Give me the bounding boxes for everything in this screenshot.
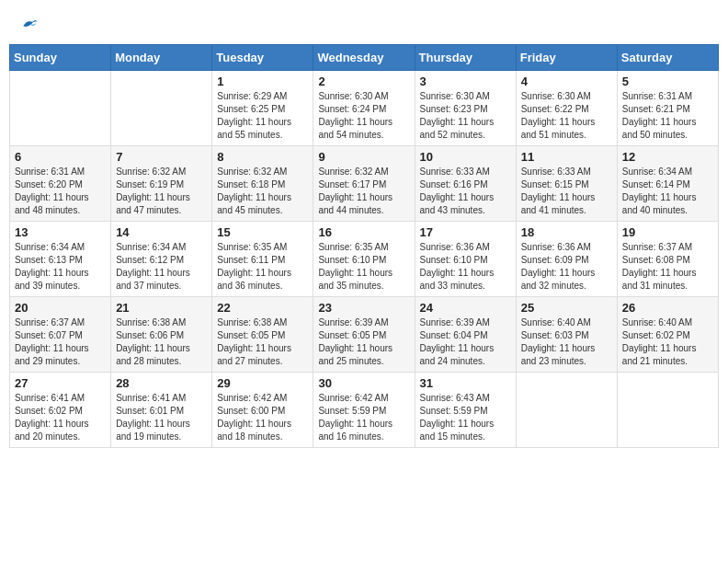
calendar-cell: 11Sunrise: 6:33 AM Sunset: 6:15 PM Dayli…: [516, 146, 617, 222]
calendar-week-row: 27Sunrise: 6:41 AM Sunset: 6:02 PM Dayli…: [10, 373, 719, 448]
day-number: 26: [622, 301, 713, 315]
day-number: 24: [420, 301, 511, 315]
day-info: Sunrise: 6:29 AM Sunset: 6:25 PM Dayligh…: [217, 90, 308, 142]
calendar-cell: 30Sunrise: 6:42 AM Sunset: 5:59 PM Dayli…: [313, 373, 415, 448]
calendar-week-row: 6Sunrise: 6:31 AM Sunset: 6:20 PM Daylig…: [10, 146, 719, 222]
day-info: Sunrise: 6:43 AM Sunset: 5:59 PM Dayligh…: [420, 392, 511, 443]
day-number: 18: [521, 225, 612, 239]
day-number: 15: [217, 225, 308, 239]
day-number: 2: [318, 75, 409, 88]
calendar-cell: 16Sunrise: 6:35 AM Sunset: 6:10 PM Dayli…: [313, 222, 415, 297]
calendar-cell: 8Sunrise: 6:32 AM Sunset: 6:18 PM Daylig…: [212, 146, 313, 222]
calendar-week-row: 1Sunrise: 6:29 AM Sunset: 6:25 PM Daylig…: [10, 71, 719, 146]
calendar-cell: 1Sunrise: 6:29 AM Sunset: 6:25 PM Daylig…: [212, 71, 313, 146]
weekday-header-saturday: Saturday: [617, 45, 718, 71]
day-number: 1: [217, 75, 308, 88]
day-info: Sunrise: 6:39 AM Sunset: 6:04 PM Dayligh…: [420, 316, 511, 368]
day-info: Sunrise: 6:32 AM Sunset: 6:18 PM Dayligh…: [217, 166, 308, 217]
day-info: Sunrise: 6:41 AM Sunset: 6:02 PM Dayligh…: [15, 392, 106, 443]
day-number: 17: [420, 225, 511, 239]
calendar-cell: 7Sunrise: 6:32 AM Sunset: 6:19 PM Daylig…: [111, 146, 212, 222]
weekday-header-monday: Monday: [111, 45, 212, 71]
day-number: 23: [318, 301, 409, 315]
day-info: Sunrise: 6:37 AM Sunset: 6:08 PM Dayligh…: [622, 241, 713, 293]
day-number: 20: [15, 301, 106, 315]
calendar-cell: [617, 373, 718, 448]
day-number: 8: [217, 150, 308, 164]
calendar-cell: 9Sunrise: 6:32 AM Sunset: 6:17 PM Daylig…: [313, 146, 415, 222]
calendar-cell: 15Sunrise: 6:35 AM Sunset: 6:11 PM Dayli…: [212, 222, 313, 297]
day-info: Sunrise: 6:35 AM Sunset: 6:11 PM Dayligh…: [217, 241, 308, 293]
day-info: Sunrise: 6:33 AM Sunset: 6:15 PM Dayligh…: [521, 166, 612, 217]
day-number: 31: [420, 376, 511, 390]
day-info: Sunrise: 6:30 AM Sunset: 6:23 PM Dayligh…: [420, 90, 511, 142]
day-number: 13: [15, 225, 106, 239]
day-number: 28: [116, 376, 207, 390]
day-number: 25: [521, 301, 612, 315]
calendar-cell: 19Sunrise: 6:37 AM Sunset: 6:08 PM Dayli…: [617, 222, 718, 297]
calendar-cell: [10, 71, 111, 146]
day-info: Sunrise: 6:36 AM Sunset: 6:09 PM Dayligh…: [521, 241, 612, 293]
calendar-cell: 24Sunrise: 6:39 AM Sunset: 6:04 PM Dayli…: [415, 297, 516, 373]
day-info: Sunrise: 6:34 AM Sunset: 6:12 PM Dayligh…: [116, 241, 207, 293]
calendar-cell: 13Sunrise: 6:34 AM Sunset: 6:13 PM Dayli…: [10, 222, 111, 297]
day-number: 9: [318, 150, 409, 164]
calendar-table: SundayMondayTuesdayWednesdayThursdayFrid…: [9, 44, 719, 448]
day-info: Sunrise: 6:42 AM Sunset: 6:00 PM Dayligh…: [217, 392, 308, 443]
calendar-cell: 23Sunrise: 6:39 AM Sunset: 6:05 PM Dayli…: [313, 297, 415, 373]
day-number: 30: [318, 376, 409, 390]
calendar-cell: 31Sunrise: 6:43 AM Sunset: 5:59 PM Dayli…: [415, 373, 516, 448]
calendar-header-row: SundayMondayTuesdayWednesdayThursdayFrid…: [10, 45, 719, 71]
day-info: Sunrise: 6:38 AM Sunset: 6:06 PM Dayligh…: [116, 316, 207, 368]
day-number: 12: [622, 150, 713, 164]
calendar-cell: 21Sunrise: 6:38 AM Sunset: 6:06 PM Dayli…: [111, 297, 212, 373]
day-number: 5: [622, 75, 713, 88]
day-info: Sunrise: 6:40 AM Sunset: 6:02 PM Dayligh…: [622, 316, 713, 368]
calendar-cell: [111, 71, 212, 146]
day-info: Sunrise: 6:34 AM Sunset: 6:14 PM Dayligh…: [622, 166, 713, 217]
calendar-cell: 4Sunrise: 6:30 AM Sunset: 6:22 PM Daylig…: [516, 71, 617, 146]
calendar-cell: 28Sunrise: 6:41 AM Sunset: 6:01 PM Dayli…: [111, 373, 212, 448]
logo: [18, 14, 39, 32]
day-info: Sunrise: 6:42 AM Sunset: 5:59 PM Dayligh…: [318, 392, 409, 443]
day-number: 27: [15, 376, 106, 390]
calendar-cell: 25Sunrise: 6:40 AM Sunset: 6:03 PM Dayli…: [516, 297, 617, 373]
day-info: Sunrise: 6:39 AM Sunset: 6:05 PM Dayligh…: [318, 316, 409, 368]
day-number: 10: [420, 150, 511, 164]
calendar-week-row: 20Sunrise: 6:37 AM Sunset: 6:07 PM Dayli…: [10, 297, 719, 373]
day-info: Sunrise: 6:32 AM Sunset: 6:17 PM Dayligh…: [318, 166, 409, 217]
day-number: 19: [622, 225, 713, 239]
day-number: 4: [521, 75, 612, 88]
calendar-week-row: 13Sunrise: 6:34 AM Sunset: 6:13 PM Dayli…: [10, 222, 719, 297]
day-info: Sunrise: 6:31 AM Sunset: 6:20 PM Dayligh…: [15, 166, 106, 217]
day-number: 11: [521, 150, 612, 164]
day-info: Sunrise: 6:40 AM Sunset: 6:03 PM Dayligh…: [521, 316, 612, 368]
calendar-cell: 26Sunrise: 6:40 AM Sunset: 6:02 PM Dayli…: [617, 297, 718, 373]
calendar-cell: 27Sunrise: 6:41 AM Sunset: 6:02 PM Dayli…: [10, 373, 111, 448]
calendar-cell: 12Sunrise: 6:34 AM Sunset: 6:14 PM Dayli…: [617, 146, 718, 222]
day-number: 7: [116, 150, 207, 164]
weekday-header-wednesday: Wednesday: [313, 45, 415, 71]
day-info: Sunrise: 6:35 AM Sunset: 6:10 PM Dayligh…: [318, 241, 409, 293]
day-info: Sunrise: 6:31 AM Sunset: 6:21 PM Dayligh…: [622, 90, 713, 142]
day-number: 6: [15, 150, 106, 164]
calendar-cell: 2Sunrise: 6:30 AM Sunset: 6:24 PM Daylig…: [313, 71, 415, 146]
day-info: Sunrise: 6:37 AM Sunset: 6:07 PM Dayligh…: [15, 316, 106, 368]
weekday-header-thursday: Thursday: [415, 45, 516, 71]
day-info: Sunrise: 6:41 AM Sunset: 6:01 PM Dayligh…: [116, 392, 207, 443]
calendar-cell: [516, 373, 617, 448]
weekday-header-tuesday: Tuesday: [212, 45, 313, 71]
calendar-cell: 10Sunrise: 6:33 AM Sunset: 6:16 PM Dayli…: [415, 146, 516, 222]
day-info: Sunrise: 6:34 AM Sunset: 6:13 PM Dayligh…: [15, 241, 106, 293]
calendar-cell: 20Sunrise: 6:37 AM Sunset: 6:07 PM Dayli…: [10, 297, 111, 373]
calendar-cell: 22Sunrise: 6:38 AM Sunset: 6:05 PM Dayli…: [212, 297, 313, 373]
calendar-cell: 6Sunrise: 6:31 AM Sunset: 6:20 PM Daylig…: [10, 146, 111, 222]
day-number: 21: [116, 301, 207, 315]
calendar-cell: 18Sunrise: 6:36 AM Sunset: 6:09 PM Dayli…: [516, 222, 617, 297]
day-number: 22: [217, 301, 308, 315]
weekday-header-friday: Friday: [516, 45, 617, 71]
day-info: Sunrise: 6:32 AM Sunset: 6:19 PM Dayligh…: [116, 166, 207, 217]
day-info: Sunrise: 6:36 AM Sunset: 6:10 PM Dayligh…: [420, 241, 511, 293]
calendar-cell: 29Sunrise: 6:42 AM Sunset: 6:00 PM Dayli…: [212, 373, 313, 448]
calendar-cell: 14Sunrise: 6:34 AM Sunset: 6:12 PM Dayli…: [111, 222, 212, 297]
